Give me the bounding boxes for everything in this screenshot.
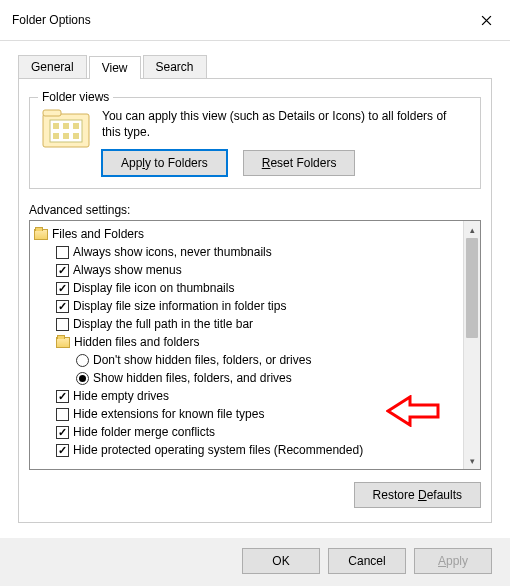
checkbox-icon[interactable] (56, 264, 69, 277)
checkbox-icon[interactable] (56, 444, 69, 457)
checkbox-icon[interactable] (56, 300, 69, 313)
reset-folders-button[interactable]: Reset Folders (243, 150, 356, 176)
checkbox-icon[interactable] (56, 282, 69, 295)
tab-view[interactable]: View (89, 56, 141, 79)
scroll-down-icon[interactable]: ▾ (464, 452, 480, 469)
tab-strip: General View Search (18, 55, 492, 79)
svg-rect-7 (63, 133, 69, 139)
tree-item[interactable]: Hide folder merge conflicts (32, 423, 461, 441)
apply-button[interactable]: Apply (414, 548, 492, 574)
tree-scrollbar[interactable]: ▴ ▾ (463, 221, 480, 469)
svg-rect-4 (63, 123, 69, 129)
folder-views-group: Folder views You (29, 97, 481, 189)
scroll-up-icon[interactable]: ▴ (464, 221, 480, 238)
folder-icon (56, 337, 70, 348)
svg-rect-8 (73, 133, 79, 139)
tree-item[interactable]: Display file icon on thumbnails (32, 279, 461, 297)
tree-radio-show-hidden[interactable]: Show hidden files, folders, and drives (32, 369, 461, 387)
checkbox-icon[interactable] (56, 390, 69, 403)
tree-item[interactable]: Hide extensions for known file types (32, 405, 461, 423)
radio-icon[interactable] (76, 372, 89, 385)
close-icon[interactable] (474, 8, 498, 32)
tab-general[interactable]: General (18, 55, 87, 78)
tree-item[interactable]: Always show icons, never thumbnails (32, 243, 461, 261)
checkbox-icon[interactable] (56, 426, 69, 439)
advanced-settings-label: Advanced settings: (29, 203, 481, 217)
folder-views-label: Folder views (38, 90, 113, 104)
svg-rect-1 (43, 110, 61, 116)
advanced-settings-tree: Files and Folders Always show icons, nev… (29, 220, 481, 470)
restore-defaults-button[interactable]: Restore Defaults (354, 482, 481, 508)
svg-rect-3 (53, 123, 59, 129)
tree-item[interactable]: Hide empty drives (32, 387, 461, 405)
cancel-button[interactable]: Cancel (328, 548, 406, 574)
checkbox-icon[interactable] (56, 318, 69, 331)
tree-item[interactable]: Always show menus (32, 261, 461, 279)
tree-group-hidden: Hidden files and folders (32, 333, 461, 351)
scroll-track[interactable] (464, 238, 480, 452)
tree-group-files-folders: Files and Folders (32, 225, 461, 243)
svg-rect-6 (53, 133, 59, 139)
svg-rect-5 (73, 123, 79, 129)
folder-views-icon (42, 108, 90, 176)
radio-icon[interactable] (76, 354, 89, 367)
checkbox-icon[interactable] (56, 246, 69, 259)
tree-item[interactable]: Display the full path in the title bar (32, 315, 461, 333)
tab-search[interactable]: Search (143, 55, 207, 78)
ok-button[interactable]: OK (242, 548, 320, 574)
folder-icon (34, 229, 48, 240)
tree-item[interactable]: Display file size information in folder … (32, 297, 461, 315)
dialog-title: Folder Options (12, 13, 91, 27)
apply-to-folders-button[interactable]: Apply to Folders (102, 150, 227, 176)
folder-views-desc: You can apply this view (such as Details… (102, 108, 468, 140)
checkbox-icon[interactable] (56, 408, 69, 421)
tree-item[interactable]: Hide protected operating system files (R… (32, 441, 461, 459)
tree-radio-dont-show[interactable]: Don't show hidden files, folders, or dri… (32, 351, 461, 369)
scroll-thumb[interactable] (466, 238, 478, 338)
